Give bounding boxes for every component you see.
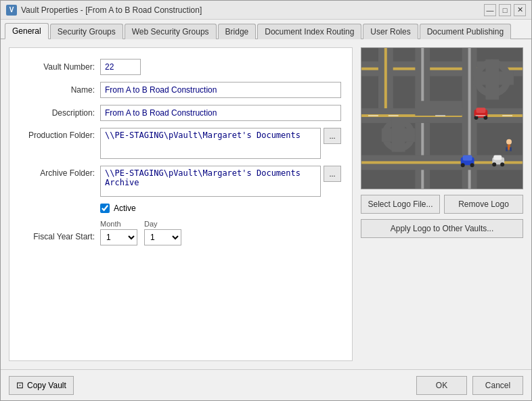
- production-folder-wrap: \\PE-STAGING\pVault\Margaret's Documents…: [100, 128, 341, 159]
- svg-rect-42: [476, 115, 486, 116]
- svg-rect-17: [485, 60, 499, 99]
- left-panel: Vault Number: Name: Description: Product…: [9, 47, 353, 361]
- footer-right: OK Cancel: [416, 376, 523, 395]
- tab-user-roles[interactable]: User Roles: [363, 24, 418, 39]
- tab-security-groups[interactable]: Security Groups: [50, 24, 123, 39]
- svg-rect-40: [389, 115, 399, 116]
- description-label: Description:: [20, 108, 95, 118]
- svg-rect-22: [392, 118, 405, 152]
- select-logo-file-button[interactable]: Select Logo File...: [361, 195, 440, 214]
- svg-rect-32: [493, 155, 502, 160]
- vault-number-row: Vault Number:: [20, 59, 341, 75]
- right-panel: Select Logo File... Remove Logo Apply Lo…: [361, 47, 523, 361]
- svg-point-29: [461, 163, 465, 167]
- svg-point-33: [492, 162, 496, 166]
- main-window: V Vault Properties - [From A to B Road C…: [0, 0, 532, 401]
- svg-rect-37: [506, 147, 508, 151]
- apply-logo-button[interactable]: Apply Logo to Other Vaults...: [361, 219, 523, 238]
- close-button[interactable]: ✕: [514, 4, 526, 16]
- logo-button-row: Select Logo File... Remove Logo: [361, 195, 523, 214]
- copy-vault-label: Copy Vault: [27, 381, 66, 390]
- day-group: Day 1 2 3 4 5 6 7 8 9 10 11: [144, 220, 181, 245]
- svg-rect-38: [510, 147, 512, 151]
- archive-folder-row: Archive Folder: \\PE-STAGING\pVault\Marg…: [20, 166, 341, 197]
- remove-logo-button[interactable]: Remove Logo: [444, 195, 523, 214]
- month-select[interactable]: 1 2 3 4 5 6 7 8 9 10 11 12: [100, 229, 137, 245]
- ok-button[interactable]: OK: [416, 376, 467, 395]
- name-row: Name:: [20, 82, 341, 98]
- active-checkbox[interactable]: [100, 204, 110, 213]
- tab-document-publishing[interactable]: Document Publishing: [420, 24, 511, 39]
- tab-document-index-routing[interactable]: Document Index Routing: [257, 24, 361, 39]
- copy-vault-button[interactable]: ⊡ Copy Vault: [9, 376, 74, 395]
- svg-point-34: [500, 162, 504, 166]
- svg-rect-24: [476, 108, 486, 113]
- production-folder-row: Production Folder: \\PE-STAGING\pVault\M…: [20, 128, 341, 159]
- footer: ⊡ Copy Vault OK Cancel: [1, 369, 531, 400]
- maximize-button[interactable]: □: [499, 4, 511, 16]
- vault-number-label: Vault Number:: [20, 62, 95, 72]
- tab-web-security-groups[interactable]: Web Security Groups: [125, 24, 217, 39]
- svg-rect-28: [463, 155, 472, 160]
- svg-rect-41: [435, 115, 445, 116]
- svg-point-35: [506, 139, 512, 145]
- fiscal-inputs: Month 1 2 3 4 5 6 7 8 9 10 11: [100, 220, 181, 245]
- archive-folder-browse-button[interactable]: ...: [324, 166, 341, 182]
- production-folder-label: Production Folder:: [20, 128, 95, 140]
- window-title: Vault Properties - [From A to B Road Con…: [21, 5, 480, 15]
- month-group: Month 1 2 3 4 5 6 7 8 9 10 11: [100, 220, 137, 245]
- copy-icon: ⊡: [16, 380, 24, 390]
- production-folder-input[interactable]: \\PE-STAGING\pVault\Margaret's Documents: [100, 128, 321, 159]
- day-label: Day: [144, 220, 181, 228]
- fiscal-year-label: Fiscal Year Start:: [20, 220, 95, 241]
- production-folder-browse-button[interactable]: ...: [324, 128, 341, 144]
- svg-point-30: [470, 163, 474, 167]
- title-buttons: — □ ✕: [484, 4, 526, 16]
- logo-preview: [361, 47, 523, 189]
- cancel-button[interactable]: Cancel: [472, 376, 523, 395]
- svg-rect-39: [368, 115, 378, 116]
- vault-number-input[interactable]: [100, 59, 141, 75]
- tab-bar: General Security Groups Web Security Gro…: [1, 20, 531, 39]
- minimize-button[interactable]: —: [484, 4, 496, 16]
- description-input[interactable]: [100, 105, 341, 121]
- description-row: Description:: [20, 105, 341, 121]
- archive-folder-wrap: \\PE-STAGING\pVault\Margaret's Documents…: [100, 166, 341, 197]
- archive-folder-label: Archive Folder:: [20, 166, 95, 178]
- app-icon: V: [6, 5, 17, 16]
- tab-general[interactable]: General: [5, 23, 49, 39]
- name-label: Name:: [20, 85, 95, 95]
- month-label: Month: [100, 220, 137, 228]
- name-input[interactable]: [100, 82, 341, 98]
- svg-rect-4: [384, 48, 387, 115]
- tab-bridge[interactable]: Bridge: [218, 24, 257, 39]
- active-row: Active: [20, 204, 341, 213]
- fiscal-year-row: Fiscal Year Start: Month 1 2 3 4 5 6 7 8: [20, 220, 341, 245]
- road-illustration: [361, 48, 523, 189]
- svg-rect-43: [502, 115, 512, 116]
- content-area: Vault Number: Name: Description: Product…: [1, 39, 531, 369]
- archive-folder-input[interactable]: \\PE-STAGING\pVault\Margaret's Documents…: [100, 166, 321, 197]
- title-bar: V Vault Properties - [From A to B Road C…: [1, 1, 531, 20]
- active-label: Active: [114, 204, 136, 213]
- day-select[interactable]: 1 2 3 4 5 6 7 8 9 10 11 12 13: [144, 229, 181, 245]
